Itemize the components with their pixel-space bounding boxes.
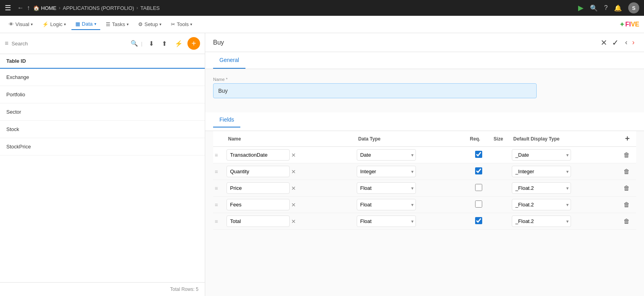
- delete-btn-2[interactable]: 🗑: [623, 168, 630, 175]
- next-arrow[interactable]: ›: [631, 37, 636, 48]
- displaytype-select-2[interactable]: _Integer: [512, 166, 571, 177]
- sidebar-item-sector[interactable]: Sector: [0, 103, 205, 121]
- field-name-input-3[interactable]: [227, 182, 290, 194]
- req-checkbox-2[interactable]: [475, 167, 482, 174]
- prev-arrow[interactable]: ‹: [623, 37, 629, 48]
- delete-btn-4[interactable]: 🗑: [623, 201, 630, 208]
- content-area: Buy ✕ ✓ ‹ › General Name *: [205, 33, 644, 296]
- col-datatype: Data Type: [355, 131, 467, 147]
- datatype-select-4[interactable]: Float: [357, 199, 416, 210]
- field-name-input-1[interactable]: [227, 149, 290, 161]
- sidebar-item-stock[interactable]: Stock: [0, 121, 205, 138]
- tab-fields[interactable]: Fields: [213, 112, 240, 127]
- datatype-select-2[interactable]: Integer: [357, 166, 416, 177]
- setup-chevron: ▾: [159, 22, 161, 26]
- req-checkbox-1[interactable]: [475, 151, 482, 158]
- clear-icon-2[interactable]: ✕: [291, 169, 296, 175]
- toolbar-tools[interactable]: ✂ Tools ▾: [167, 19, 196, 30]
- sidebar-item-exchange[interactable]: Exchange: [0, 69, 205, 86]
- sidebar: ≡ 🔍 | ⬇ ⬆ ⚡ + Table ID Exchange Portfoli…: [0, 33, 205, 296]
- confirm-button[interactable]: ✓: [612, 38, 619, 47]
- displaytype-select-3[interactable]: _Float.2: [512, 182, 571, 194]
- logic-label: Logic: [50, 21, 62, 27]
- home-label[interactable]: HOME: [41, 5, 56, 11]
- top-bar-right: ▶ 🔍 ? 🔔 S: [578, 2, 639, 13]
- form-area: Name *: [205, 69, 644, 112]
- name-cell-5: ✕: [227, 215, 354, 227]
- tabs: General: [205, 52, 644, 69]
- drag-handle-5[interactable]: ≡: [215, 218, 218, 225]
- clear-icon-1[interactable]: ✕: [291, 152, 296, 158]
- delete-btn-1[interactable]: 🗑: [623, 152, 630, 159]
- toolbar-tasks[interactable]: ☰ Tasks ▾: [102, 19, 133, 30]
- datatype-select-5[interactable]: Float: [357, 215, 416, 227]
- search-top-icon[interactable]: 🔍: [590, 4, 598, 12]
- back-icon[interactable]: ←: [17, 4, 24, 11]
- search-input[interactable]: [11, 41, 127, 47]
- name-label: Name *: [213, 77, 537, 82]
- drag-handle[interactable]: ≡: [215, 152, 218, 158]
- setup-label: Setup: [144, 21, 158, 27]
- gear-icon: ⚙: [138, 21, 143, 27]
- flash-btn[interactable]: ⚡: [172, 38, 186, 49]
- datatype-wrapper-5: Float: [357, 215, 416, 227]
- field-name-input-5[interactable]: [227, 215, 290, 227]
- field-name-input-4[interactable]: [227, 199, 290, 210]
- tab-general[interactable]: General: [213, 52, 245, 69]
- toolbar-visual[interactable]: 👁 Visual ▾: [5, 19, 37, 30]
- help-icon[interactable]: ?: [604, 4, 608, 11]
- bell-icon[interactable]: 🔔: [614, 4, 622, 12]
- clear-icon-5[interactable]: ✕: [291, 218, 296, 225]
- name-input[interactable]: [213, 83, 537, 98]
- name-cell-4: ✕: [227, 199, 354, 210]
- sidebar-header: Table ID: [0, 54, 205, 69]
- fields-section: Name Data Type Req. Size Default Display…: [205, 131, 644, 238]
- tables-breadcrumb[interactable]: TABLES: [140, 5, 160, 11]
- table-row: ≡ ✕ Float: [213, 180, 636, 197]
- displaytype-select-4[interactable]: _Float.2: [512, 199, 571, 210]
- close-button[interactable]: ✕: [601, 38, 607, 47]
- name-cell-2: ✕: [227, 166, 354, 177]
- drag-handle-3[interactable]: ≡: [215, 185, 218, 191]
- download-btn[interactable]: ⬇: [146, 38, 157, 49]
- clear-icon-3[interactable]: ✕: [291, 185, 296, 191]
- upload-btn[interactable]: ⬆: [159, 38, 170, 49]
- clear-icon-4[interactable]: ✕: [291, 202, 296, 208]
- datatype-select-3[interactable]: Float: [357, 182, 416, 194]
- datatype-wrapper-3: Float: [357, 182, 416, 194]
- logic-chevron: ▾: [64, 22, 66, 26]
- sidebar-item-portfolio[interactable]: Portfolio: [0, 86, 205, 103]
- table-row: ≡ ✕ Float: [213, 213, 636, 230]
- field-name-input-2[interactable]: [227, 166, 290, 177]
- datatype-select-1[interactable]: Date: [357, 149, 416, 161]
- toolbar-setup[interactable]: ⚙ Setup ▾: [134, 19, 165, 30]
- sidebar-item-stockprice[interactable]: StockPrice: [0, 138, 205, 155]
- sep1: ›: [59, 5, 60, 11]
- req-checkbox-5[interactable]: [475, 217, 482, 224]
- avatar[interactable]: S: [628, 2, 639, 13]
- delete-btn-3[interactable]: 🗑: [623, 185, 630, 192]
- req-checkbox-4[interactable]: [475, 200, 482, 208]
- add-field-button[interactable]: +: [625, 134, 630, 143]
- tasks-label: Tasks: [112, 21, 125, 27]
- home-breadcrumb[interactable]: 🏠 HOME: [33, 5, 56, 11]
- play-icon[interactable]: ▶: [578, 4, 584, 12]
- drag-handle-4[interactable]: ≡: [215, 202, 218, 208]
- displaytype-select-5[interactable]: _Float.2: [512, 215, 571, 227]
- filter-icon[interactable]: ≡: [5, 40, 8, 47]
- table-icon: ▦: [75, 21, 80, 27]
- drag-handle-2[interactable]: ≡: [215, 169, 218, 175]
- req-checkbox-3[interactable]: [475, 184, 482, 191]
- add-button[interactable]: +: [187, 37, 200, 50]
- visual-chevron: ▾: [31, 22, 33, 26]
- tasks-icon: ☰: [106, 21, 110, 27]
- toolbar-data[interactable]: ▦ Data ▾: [71, 19, 100, 30]
- portfolio-breadcrumb[interactable]: APPLICATIONS (PORTFOLIO): [63, 5, 134, 11]
- hamburger-icon[interactable]: ☰: [5, 4, 11, 12]
- displaytype-select-1[interactable]: _Date: [512, 149, 571, 161]
- toolbar-logic[interactable]: ⚡ Logic ▾: [38, 19, 70, 30]
- table-row: ≡ ✕ Integer: [213, 163, 636, 180]
- delete-btn-5[interactable]: 🗑: [623, 218, 630, 225]
- up-icon[interactable]: ↑: [27, 4, 30, 11]
- search-icon[interactable]: 🔍: [131, 40, 138, 47]
